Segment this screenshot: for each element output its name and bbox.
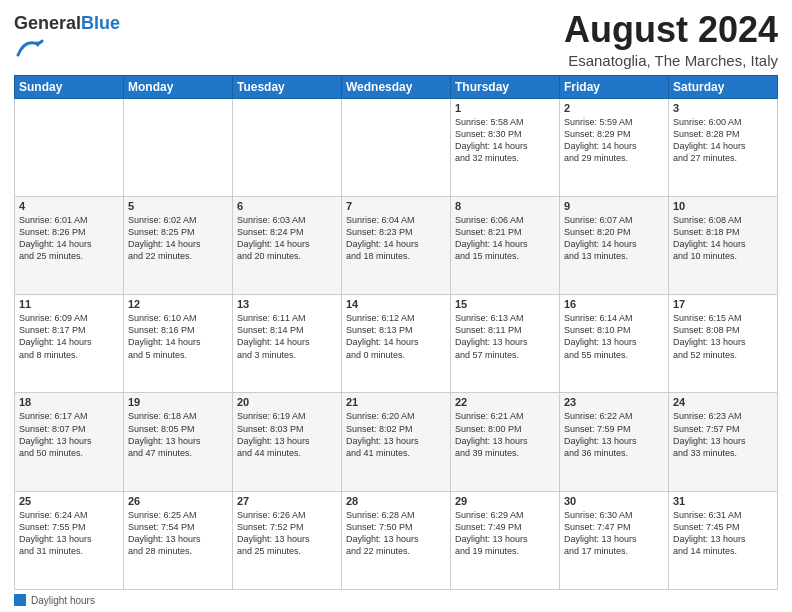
calendar-cell: 15Sunrise: 6:13 AM Sunset: 8:11 PM Dayli… xyxy=(451,295,560,393)
calendar-cell: 29Sunrise: 6:29 AM Sunset: 7:49 PM Dayli… xyxy=(451,491,560,589)
day-number: 19 xyxy=(128,396,228,408)
day-number: 7 xyxy=(346,200,446,212)
calendar-header: SundayMondayTuesdayWednesdayThursdayFrid… xyxy=(15,75,778,98)
calendar-cell: 6Sunrise: 6:03 AM Sunset: 8:24 PM Daylig… xyxy=(233,196,342,294)
day-number: 4 xyxy=(19,200,119,212)
daylight-label: Daylight hours xyxy=(31,595,95,606)
calendar-week-2: 4Sunrise: 6:01 AM Sunset: 8:26 PM Daylig… xyxy=(15,196,778,294)
subtitle: Esanatoglia, The Marches, Italy xyxy=(564,52,778,69)
calendar-cell: 1Sunrise: 5:58 AM Sunset: 8:30 PM Daylig… xyxy=(451,98,560,196)
calendar-cell: 23Sunrise: 6:22 AM Sunset: 7:59 PM Dayli… xyxy=(560,393,669,491)
calendar-cell: 5Sunrise: 6:02 AM Sunset: 8:25 PM Daylig… xyxy=(124,196,233,294)
day-info: Sunrise: 6:09 AM Sunset: 8:17 PM Dayligh… xyxy=(19,312,119,361)
day-info: Sunrise: 6:02 AM Sunset: 8:25 PM Dayligh… xyxy=(128,214,228,263)
day-info: Sunrise: 6:07 AM Sunset: 8:20 PM Dayligh… xyxy=(564,214,664,263)
calendar-cell: 30Sunrise: 6:30 AM Sunset: 7:47 PM Dayli… xyxy=(560,491,669,589)
day-number: 10 xyxy=(673,200,773,212)
calendar-cell xyxy=(342,98,451,196)
calendar-week-5: 25Sunrise: 6:24 AM Sunset: 7:55 PM Dayli… xyxy=(15,491,778,589)
calendar-cell: 31Sunrise: 6:31 AM Sunset: 7:45 PM Dayli… xyxy=(669,491,778,589)
day-number: 15 xyxy=(455,298,555,310)
day-info: Sunrise: 6:17 AM Sunset: 8:07 PM Dayligh… xyxy=(19,410,119,459)
calendar-cell: 11Sunrise: 6:09 AM Sunset: 8:17 PM Dayli… xyxy=(15,295,124,393)
calendar-week-4: 18Sunrise: 6:17 AM Sunset: 8:07 PM Dayli… xyxy=(15,393,778,491)
day-number: 30 xyxy=(564,495,664,507)
weekday-header-friday: Friday xyxy=(560,75,669,98)
day-info: Sunrise: 6:26 AM Sunset: 7:52 PM Dayligh… xyxy=(237,509,337,558)
day-info: Sunrise: 5:58 AM Sunset: 8:30 PM Dayligh… xyxy=(455,116,555,165)
day-info: Sunrise: 6:21 AM Sunset: 8:00 PM Dayligh… xyxy=(455,410,555,459)
day-number: 14 xyxy=(346,298,446,310)
day-number: 6 xyxy=(237,200,337,212)
day-number: 29 xyxy=(455,495,555,507)
calendar-cell xyxy=(233,98,342,196)
day-info: Sunrise: 6:04 AM Sunset: 8:23 PM Dayligh… xyxy=(346,214,446,263)
weekday-header-wednesday: Wednesday xyxy=(342,75,451,98)
header: GeneralBlue August 2024 Esanatoglia, The… xyxy=(14,10,778,69)
day-number: 28 xyxy=(346,495,446,507)
day-info: Sunrise: 6:14 AM Sunset: 8:10 PM Dayligh… xyxy=(564,312,664,361)
day-number: 24 xyxy=(673,396,773,408)
day-number: 23 xyxy=(564,396,664,408)
calendar-cell xyxy=(124,98,233,196)
calendar-cell: 24Sunrise: 6:23 AM Sunset: 7:57 PM Dayli… xyxy=(669,393,778,491)
calendar-cell: 3Sunrise: 6:00 AM Sunset: 8:28 PM Daylig… xyxy=(669,98,778,196)
day-number: 25 xyxy=(19,495,119,507)
day-number: 17 xyxy=(673,298,773,310)
logo-general-text: General xyxy=(14,13,81,33)
calendar-cell: 9Sunrise: 6:07 AM Sunset: 8:20 PM Daylig… xyxy=(560,196,669,294)
day-info: Sunrise: 6:28 AM Sunset: 7:50 PM Dayligh… xyxy=(346,509,446,558)
calendar-cell: 22Sunrise: 6:21 AM Sunset: 8:00 PM Dayli… xyxy=(451,393,560,491)
day-info: Sunrise: 5:59 AM Sunset: 8:29 PM Dayligh… xyxy=(564,116,664,165)
day-info: Sunrise: 6:31 AM Sunset: 7:45 PM Dayligh… xyxy=(673,509,773,558)
day-number: 22 xyxy=(455,396,555,408)
weekday-header-thursday: Thursday xyxy=(451,75,560,98)
day-info: Sunrise: 6:01 AM Sunset: 8:26 PM Dayligh… xyxy=(19,214,119,263)
day-number: 13 xyxy=(237,298,337,310)
day-number: 5 xyxy=(128,200,228,212)
calendar-cell: 4Sunrise: 6:01 AM Sunset: 8:26 PM Daylig… xyxy=(15,196,124,294)
calendar-cell: 8Sunrise: 6:06 AM Sunset: 8:21 PM Daylig… xyxy=(451,196,560,294)
calendar-week-3: 11Sunrise: 6:09 AM Sunset: 8:17 PM Dayli… xyxy=(15,295,778,393)
calendar-cell: 10Sunrise: 6:08 AM Sunset: 8:18 PM Dayli… xyxy=(669,196,778,294)
calendar-cell: 2Sunrise: 5:59 AM Sunset: 8:29 PM Daylig… xyxy=(560,98,669,196)
main-title: August 2024 xyxy=(564,10,778,50)
logo-blue-text: Blue xyxy=(81,13,120,33)
day-number: 21 xyxy=(346,396,446,408)
day-info: Sunrise: 6:13 AM Sunset: 8:11 PM Dayligh… xyxy=(455,312,555,361)
calendar-cell: 18Sunrise: 6:17 AM Sunset: 8:07 PM Dayli… xyxy=(15,393,124,491)
day-info: Sunrise: 6:20 AM Sunset: 8:02 PM Dayligh… xyxy=(346,410,446,459)
day-number: 27 xyxy=(237,495,337,507)
day-info: Sunrise: 6:12 AM Sunset: 8:13 PM Dayligh… xyxy=(346,312,446,361)
logo-icon xyxy=(16,34,44,62)
day-info: Sunrise: 6:25 AM Sunset: 7:54 PM Dayligh… xyxy=(128,509,228,558)
calendar-cell: 14Sunrise: 6:12 AM Sunset: 8:13 PM Dayli… xyxy=(342,295,451,393)
day-info: Sunrise: 6:08 AM Sunset: 8:18 PM Dayligh… xyxy=(673,214,773,263)
weekday-header-saturday: Saturday xyxy=(669,75,778,98)
weekday-header-tuesday: Tuesday xyxy=(233,75,342,98)
day-number: 3 xyxy=(673,102,773,114)
daylight-indicator xyxy=(14,594,26,606)
day-info: Sunrise: 6:19 AM Sunset: 8:03 PM Dayligh… xyxy=(237,410,337,459)
calendar-cell: 7Sunrise: 6:04 AM Sunset: 8:23 PM Daylig… xyxy=(342,196,451,294)
day-info: Sunrise: 6:00 AM Sunset: 8:28 PM Dayligh… xyxy=(673,116,773,165)
calendar-cell: 13Sunrise: 6:11 AM Sunset: 8:14 PM Dayli… xyxy=(233,295,342,393)
day-info: Sunrise: 6:23 AM Sunset: 7:57 PM Dayligh… xyxy=(673,410,773,459)
day-number: 18 xyxy=(19,396,119,408)
calendar-cell: 17Sunrise: 6:15 AM Sunset: 8:08 PM Dayli… xyxy=(669,295,778,393)
logo: GeneralBlue xyxy=(14,14,120,66)
day-info: Sunrise: 6:29 AM Sunset: 7:49 PM Dayligh… xyxy=(455,509,555,558)
calendar-cell xyxy=(15,98,124,196)
weekday-header-sunday: Sunday xyxy=(15,75,124,98)
day-number: 12 xyxy=(128,298,228,310)
calendar-cell: 25Sunrise: 6:24 AM Sunset: 7:55 PM Dayli… xyxy=(15,491,124,589)
day-number: 8 xyxy=(455,200,555,212)
day-number: 9 xyxy=(564,200,664,212)
day-number: 1 xyxy=(455,102,555,114)
day-info: Sunrise: 6:15 AM Sunset: 8:08 PM Dayligh… xyxy=(673,312,773,361)
calendar-cell: 26Sunrise: 6:25 AM Sunset: 7:54 PM Dayli… xyxy=(124,491,233,589)
weekday-header-row: SundayMondayTuesdayWednesdayThursdayFrid… xyxy=(15,75,778,98)
calendar-body: 1Sunrise: 5:58 AM Sunset: 8:30 PM Daylig… xyxy=(15,98,778,589)
calendar-cell: 12Sunrise: 6:10 AM Sunset: 8:16 PM Dayli… xyxy=(124,295,233,393)
calendar-week-1: 1Sunrise: 5:58 AM Sunset: 8:30 PM Daylig… xyxy=(15,98,778,196)
